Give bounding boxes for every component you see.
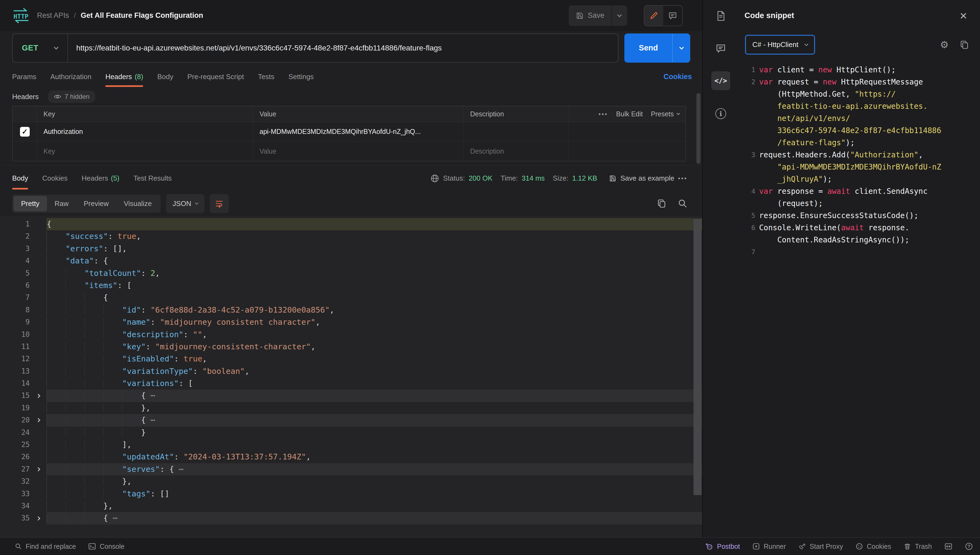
request-tab-tests[interactable]: Tests bbox=[258, 65, 275, 88]
language-dropdown[interactable]: JSON bbox=[166, 194, 204, 213]
json-line: 27 "serves": { ⋯ bbox=[0, 463, 702, 475]
edit-button[interactable] bbox=[644, 6, 663, 26]
headers-table: Key Value Description ••• Bulk Edit Pres… bbox=[12, 106, 686, 161]
format-tab-raw[interactable]: Raw bbox=[47, 196, 76, 211]
request-tab-headers[interactable]: Headers(8) bbox=[105, 65, 143, 88]
fold-chevron-icon[interactable] bbox=[36, 467, 40, 472]
fold-chevron-icon[interactable] bbox=[36, 516, 40, 520]
save-options-button[interactable] bbox=[612, 5, 627, 26]
wrap-toggle[interactable] bbox=[210, 194, 229, 213]
send-options-button[interactable] bbox=[672, 34, 690, 63]
request-tab-authorization[interactable]: Authorization bbox=[50, 65, 92, 88]
method-selector[interactable]: GET bbox=[13, 43, 55, 52]
more-options-icon[interactable]: ••• bbox=[598, 111, 608, 118]
copy-code-icon[interactable] bbox=[959, 40, 969, 50]
response-tabs-list: BodyCookiesHeaders(5)Test Results bbox=[12, 165, 186, 191]
settings-gear-icon[interactable]: ⚙ bbox=[940, 39, 949, 50]
new-value-input[interactable]: Value bbox=[253, 141, 464, 161]
request-section-scrollbar[interactable] bbox=[696, 93, 700, 164]
hidden-headers-badge[interactable]: 7 hidden bbox=[48, 90, 95, 103]
new-key-input[interactable]: Key bbox=[37, 141, 253, 161]
cookies-button[interactable]: Cookies bbox=[856, 542, 891, 550]
fold-gutter bbox=[30, 427, 47, 439]
response-tab-headers[interactable]: Headers(5) bbox=[82, 165, 119, 191]
breadcrumb-request-title[interactable]: Get All Feature Flags Configuration bbox=[81, 11, 203, 20]
line-number: 26 bbox=[0, 451, 30, 463]
start-proxy-button[interactable]: Start Proxy bbox=[798, 542, 843, 550]
request-info-button[interactable]: i bbox=[711, 104, 730, 123]
line-number: 5 bbox=[0, 267, 30, 279]
trash-label: Trash bbox=[915, 542, 932, 550]
code-snippet-button[interactable]: </> bbox=[711, 71, 730, 90]
code-language-dropdown[interactable]: C# - HttpClient bbox=[745, 35, 815, 55]
cookie-icon bbox=[856, 542, 863, 550]
new-description-input[interactable]: Description bbox=[464, 141, 569, 161]
response-tab-cookies[interactable]: Cookies bbox=[42, 165, 67, 191]
line-number: 12 bbox=[0, 353, 30, 365]
fold-gutter bbox=[30, 402, 47, 414]
header-key-cell[interactable]: Authorization bbox=[37, 122, 253, 141]
breadcrumb-collection[interactable]: Rest APIs bbox=[37, 11, 69, 20]
line-number: 10 bbox=[0, 329, 30, 341]
network-icon[interactable] bbox=[430, 174, 439, 183]
help-button[interactable]: ? bbox=[965, 542, 973, 550]
cookies-link[interactable]: Cookies bbox=[664, 72, 692, 81]
request-tab-body[interactable]: Body bbox=[157, 65, 173, 88]
fold-chevron-icon[interactable] bbox=[36, 394, 40, 398]
json-lines: 1{2 "success": true,3 "errors": [],4 "da… bbox=[0, 218, 702, 525]
console-button[interactable]: Console bbox=[88, 542, 124, 550]
status-value[interactable]: 200 OK bbox=[469, 174, 493, 183]
comments-panel-button[interactable] bbox=[711, 39, 730, 58]
method-chevron-icon[interactable] bbox=[54, 45, 59, 50]
format-tab-visualize[interactable]: Visualize bbox=[116, 196, 159, 211]
panel-layout-button[interactable] bbox=[945, 542, 953, 550]
request-tab-settings[interactable]: Settings bbox=[288, 65, 314, 88]
response-body-editor[interactable]: 1{2 "success": true,3 "errors": [],4 "da… bbox=[0, 216, 702, 537]
fold-gutter[interactable] bbox=[30, 512, 47, 524]
find-and-replace-button[interactable]: Find and replace bbox=[15, 542, 76, 550]
header-value-cell[interactable]: api-MDMwMDE3MDIzMDE3MQihrBYAofdU-nZ_jhQ.… bbox=[253, 122, 464, 141]
close-icon[interactable]: × bbox=[960, 10, 967, 22]
send-button[interactable]: Send bbox=[624, 34, 690, 63]
presets-button[interactable]: Presets bbox=[651, 110, 680, 118]
format-tab-preview[interactable]: Preview bbox=[76, 196, 116, 211]
bulk-edit-button[interactable]: Bulk Edit bbox=[616, 110, 643, 118]
header-description-cell[interactable] bbox=[464, 122, 569, 141]
save-button-group: Save bbox=[569, 5, 627, 26]
row-checkbox[interactable]: ✓ bbox=[20, 127, 30, 136]
start-proxy-label: Start Proxy bbox=[810, 542, 843, 550]
info-icon: i bbox=[715, 108, 726, 119]
request-tab-pre-request-script[interactable]: Pre-request Script bbox=[187, 65, 244, 88]
fold-gutter[interactable] bbox=[30, 390, 47, 402]
save-button[interactable]: Save bbox=[569, 5, 611, 26]
json-line: 34 }, bbox=[0, 500, 702, 512]
url-input[interactable]: https://featbit-tio-eu-api.azurewebsites… bbox=[67, 34, 618, 62]
copy-icon[interactable] bbox=[657, 199, 667, 209]
fold-chevron-icon[interactable] bbox=[36, 418, 40, 422]
comments-button[interactable] bbox=[663, 6, 682, 26]
request-tab-params[interactable]: Params bbox=[12, 65, 37, 88]
fold-gutter[interactable] bbox=[30, 463, 47, 475]
documentation-button[interactable] bbox=[711, 6, 730, 26]
fold-gutter[interactable] bbox=[30, 414, 47, 426]
response-scrollbar[interactable] bbox=[694, 219, 702, 495]
fold-gutter bbox=[30, 243, 47, 255]
line-number: 25 bbox=[0, 439, 30, 451]
size-value[interactable]: 1.12 KB bbox=[572, 174, 598, 183]
response-tab-test-results[interactable]: Test Results bbox=[133, 165, 172, 191]
time-value[interactable]: 314 ms bbox=[522, 174, 545, 183]
response-more-options-icon[interactable]: ••• bbox=[678, 175, 688, 182]
format-tab-pretty[interactable]: Pretty bbox=[13, 196, 47, 211]
code-snippet-body[interactable]: 1var client = new HttpClient();2var requ… bbox=[739, 64, 980, 258]
response-tab-body[interactable]: Body bbox=[12, 165, 28, 191]
fold-gutter bbox=[30, 377, 47, 390]
line-number: 34 bbox=[0, 500, 30, 512]
trash-button[interactable]: Trash bbox=[904, 542, 932, 550]
postbot-button[interactable]: Postbot bbox=[705, 542, 740, 550]
search-icon[interactable] bbox=[678, 199, 688, 209]
save-as-example-button[interactable]: Save as example bbox=[609, 174, 674, 183]
svg-text:HTTP: HTTP bbox=[13, 13, 28, 20]
table-row-placeholder: Key Value Description bbox=[13, 141, 685, 161]
runner-button[interactable]: Runner bbox=[752, 542, 786, 550]
http-method-icon: HTTP bbox=[12, 7, 30, 24]
